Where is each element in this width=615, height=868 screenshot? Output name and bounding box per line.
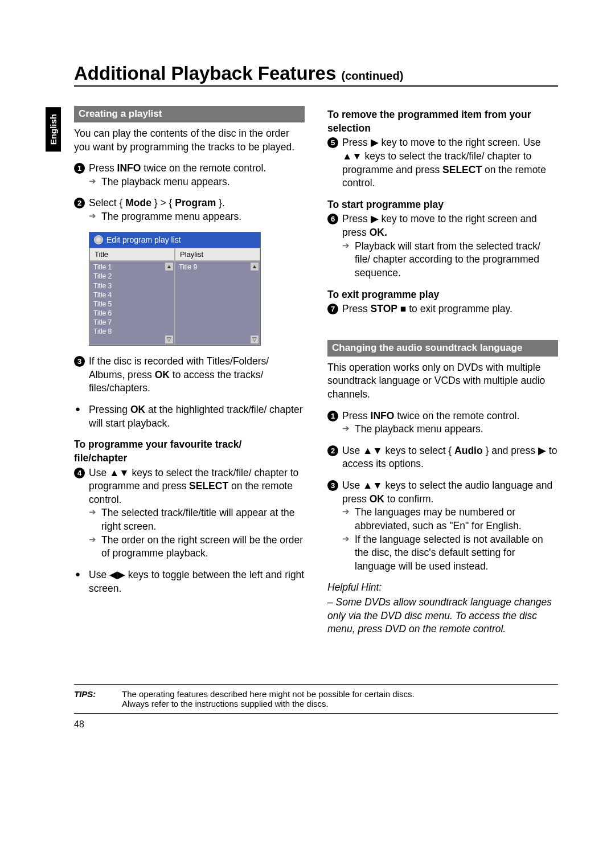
step-number-icon: 1 <box>74 163 85 174</box>
window-titlebar: Edit program play list <box>89 232 260 248</box>
step-2: 2 Use ▲▼ keys to select { Audio } and pr… <box>327 444 558 471</box>
result-text: If the language selected is not availabl… <box>342 533 558 574</box>
titles-list: ▲ Title 1 Title 2 Title 3 Title 4 Title … <box>89 261 175 345</box>
step-1: 1 Press INFO twice on the remote control… <box>74 162 305 189</box>
list-item: Title 2 <box>92 272 172 281</box>
step-number-icon: 3 <box>327 480 338 491</box>
section-creating-playlist: Creating a playlist <box>74 106 305 122</box>
list-item: Title 6 <box>92 309 172 318</box>
right-column: To remove the programmed item from your … <box>327 104 558 644</box>
list-item: Title 1 <box>92 263 172 272</box>
tips-label: TIPS: <box>74 689 108 709</box>
step-2: 2 Select { Mode } > { Program }. The pro… <box>74 196 305 223</box>
result-text: The languages may be numbered or abbrevi… <box>342 506 558 533</box>
step-number-icon: 4 <box>74 468 85 478</box>
step-1: 1 Press INFO twice on the remote control… <box>327 410 558 436</box>
list-item: Title 7 <box>92 318 172 327</box>
result-text: Playback will start from the selected tr… <box>342 240 558 280</box>
heading-suffix: (continued) <box>341 69 403 82</box>
step-7: 7 Press STOP ■ to exit programme play. <box>327 302 558 316</box>
step-6: 6 Press ▶ key to move to the right scree… <box>327 212 558 280</box>
playlist-list: ▲ Title 9 ▽ <box>175 261 260 345</box>
step-number-icon: 5 <box>327 137 338 148</box>
step-number-icon: 6 <box>327 214 338 224</box>
step-number-icon: 2 <box>74 198 85 208</box>
helpful-hint-body: – Some DVDs allow soundtrack language ch… <box>327 596 558 636</box>
step-5: 5 Press ▶ key to move to the right scree… <box>327 136 558 190</box>
list-item: Title 3 <box>92 281 172 290</box>
intro-text: This operation works only on DVDs with m… <box>327 361 558 402</box>
tips-footer: TIPS: The operating features described h… <box>74 684 558 714</box>
manual-page: Additional Playback Features (continued)… <box>0 0 615 764</box>
result-text: The order on the right screen will be th… <box>89 534 305 560</box>
step-number-icon: 1 <box>327 411 338 421</box>
subheading: To remove the programmed item from your … <box>327 108 558 135</box>
window-title: Edit program play list <box>106 235 181 245</box>
subheading: To programme your favourite track/ file/… <box>74 438 305 465</box>
list-item: Title 5 <box>92 300 172 309</box>
step-number-icon: 7 <box>327 304 338 314</box>
program-playlist-screenshot: Edit program play list Title Playlist ▲ … <box>89 232 261 346</box>
subheading: To exit programme play <box>327 288 558 302</box>
disc-icon <box>94 235 103 244</box>
result-text: The selected track/file/title will appea… <box>89 506 305 533</box>
result-text: The programme menu appears. <box>89 210 305 224</box>
result-text: The playback menu appears. <box>342 423 558 436</box>
column-header-title: Title <box>89 248 175 261</box>
left-column: Creating a playlist You can play the con… <box>74 104 305 644</box>
column-header-playlist: Playlist <box>175 248 260 261</box>
helpful-hint-label: Helpful Hint: <box>327 581 558 595</box>
bullet-note: Pressing OK at the highlighted track/fil… <box>74 403 305 430</box>
section-audio-language: Changing the audio soundtrack language <box>327 340 558 357</box>
list-item: Title 9 <box>178 263 257 272</box>
scroll-down-icon: ▽ <box>251 335 259 343</box>
scroll-up-icon: ▲ <box>251 263 259 271</box>
intro-text: You can play the contents of the disc in… <box>74 127 305 154</box>
scroll-down-icon: ▽ <box>165 335 173 343</box>
bullet-note: Use ◀▶ keys to toggle between the left a… <box>74 568 305 595</box>
step-4: 4 Use ▲▼ keys to select the track/file/ … <box>74 466 305 560</box>
list-item: Title 8 <box>92 327 172 336</box>
result-text: The playback menu appears. <box>89 175 305 189</box>
step-3: 3 Use ▲▼ keys to select the audio langua… <box>327 479 558 573</box>
scroll-up-icon: ▲ <box>165 263 173 271</box>
subheading: To start programme play <box>327 198 558 212</box>
list-item: Title 4 <box>92 290 172 300</box>
heading-main: Additional Playback Features <box>74 63 336 84</box>
step-number-icon: 3 <box>74 356 85 367</box>
step-number-icon: 2 <box>327 445 338 456</box>
page-title: Additional Playback Features (continued) <box>74 63 558 87</box>
step-3: 3 If the disc is recorded with Titles/Fo… <box>74 355 305 395</box>
page-number: 48 <box>74 719 558 730</box>
tips-text: The operating features described here mi… <box>122 689 415 709</box>
